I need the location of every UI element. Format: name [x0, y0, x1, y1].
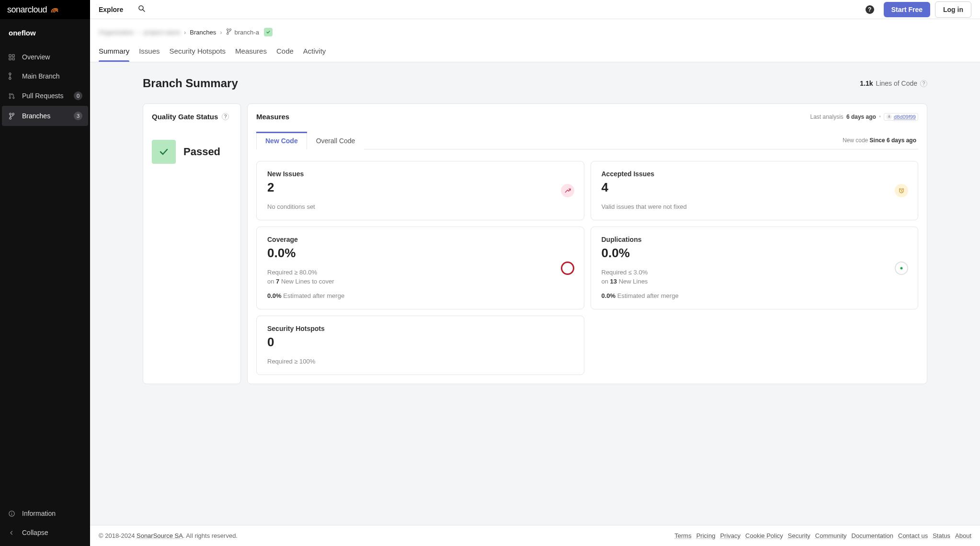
quality-gate-panel: Quality Gate Status ? Passed — [143, 103, 241, 384]
svg-point-10 — [9, 97, 11, 98]
login-button[interactable]: Log in — [935, 1, 971, 18]
svg-point-19 — [229, 29, 231, 31]
card-accepted-issues[interactable]: Accepted Issues 4 Valid issues that were… — [591, 161, 919, 220]
qg-check-icon — [152, 140, 176, 164]
pr-icon — [8, 92, 15, 100]
footer-link-terms[interactable]: Terms — [674, 532, 691, 539]
sidebar-item-main-branch[interactable]: Main Branch — [0, 67, 90, 86]
main: Organization › project-name › Branches ›… — [90, 19, 980, 546]
dup-required: Required ≤ 3.0% — [602, 268, 908, 277]
footer-company[interactable]: SonarSource SA — [137, 532, 183, 539]
tab-measures[interactable]: Measures — [235, 42, 267, 62]
card-new-issues[interactable]: New Issues 2 No conditions set — [256, 161, 584, 220]
footer-link-contact-us[interactable]: Contact us — [898, 532, 928, 539]
svg-rect-5 — [12, 57, 14, 59]
explore-link[interactable]: Explore — [99, 6, 123, 13]
subtab-overall-code[interactable]: Overall Code — [307, 132, 365, 149]
card-title: New Issues — [267, 170, 573, 178]
sidebar-item-branches[interactable]: Branches3 — [2, 106, 88, 126]
svg-point-18 — [227, 29, 228, 31]
new-code-since-label: New code — [843, 137, 868, 144]
card-value: 2 — [267, 181, 573, 194]
footer-link-cookie-policy[interactable]: Cookie Policy — [745, 532, 783, 539]
footer: © 2018-2024 SonarSource SA. All rights r… — [90, 525, 980, 546]
sidebar-item-label: Collapse — [22, 529, 48, 536]
svg-point-11 — [12, 97, 14, 98]
page-title: Branch Summary — [143, 77, 238, 90]
card-title: Accepted Issues — [602, 170, 908, 178]
footer-link-pricing[interactable]: Pricing — [696, 532, 716, 539]
tabs: SummaryIssuesSecurity HotspotsMeasuresCo… — [90, 42, 980, 62]
breadcrumb-project[interactable]: project-name — [144, 29, 180, 36]
qg-status-label: Passed — [183, 146, 220, 158]
footer-link-security[interactable]: Security — [788, 532, 810, 539]
svg-rect-3 — [12, 54, 14, 56]
measures-title: Measures — [256, 113, 289, 121]
card-title: Coverage — [267, 236, 573, 243]
collapse-icon — [8, 529, 15, 536]
tab-activity[interactable]: Activity — [303, 42, 326, 62]
svg-point-17 — [11, 512, 11, 512]
footer-link-about[interactable]: About — [955, 532, 971, 539]
help-icon[interactable]: ? — [920, 80, 927, 87]
sidebar-item-label: Pull Requests — [22, 92, 63, 100]
org-title[interactable]: oneflow — [0, 19, 90, 47]
sidebar-item-label: Main Branch — [22, 72, 60, 80]
logo-text: sonarcloud — [7, 5, 47, 15]
sidebar-collapse[interactable]: Collapse — [0, 523, 90, 542]
svg-rect-2 — [9, 54, 11, 56]
card-value: 0 — [267, 335, 573, 349]
sidebar-item-label: Information — [22, 510, 56, 517]
card-coverage[interactable]: Coverage 0.0% Required ≥ 80.0% on 7 New … — [256, 227, 584, 309]
card-duplications[interactable]: Duplications 0.0% Required ≤ 3.0% on 13 … — [591, 227, 919, 309]
badge: 0 — [74, 91, 82, 100]
measures-panel: Measures Last analysis 6 days ago • ⋔ d8… — [247, 103, 927, 384]
help-icon[interactable]: ? — [866, 5, 874, 14]
breadcrumb-branches[interactable]: Branches — [190, 29, 216, 36]
start-free-button[interactable]: Start Free — [884, 2, 930, 17]
footer-link-community[interactable]: Community — [815, 532, 847, 539]
breadcrumb-org[interactable]: Organization — [99, 29, 134, 36]
breadcrumb: Organization › project-name › Branches ›… — [90, 19, 980, 42]
breadcrumb-branch-name[interactable]: branch-a — [235, 29, 259, 36]
footer-link-privacy[interactable]: Privacy — [720, 532, 741, 539]
sidebar-item-pull-requests[interactable]: Pull Requests0 — [0, 86, 90, 106]
svg-point-12 — [9, 113, 11, 115]
subtab-new-code[interactable]: New Code — [256, 132, 307, 149]
sidebar: oneflow OverviewMain BranchPull Requests… — [0, 19, 90, 546]
commit-hash[interactable]: d8d09f99 — [894, 114, 916, 120]
loc-value: 1.1k — [860, 80, 873, 87]
issues-icon — [561, 184, 574, 197]
coverage-required: Required ≥ 80.0% — [267, 268, 573, 277]
hotspots-required: Required ≥ 100% — [267, 357, 573, 366]
card-security-hotspots[interactable]: Security Hotspots 0 Required ≥ 100% — [256, 316, 584, 375]
sidebar-item-overview[interactable]: Overview — [0, 47, 90, 67]
last-analysis-label: Last analysis — [810, 114, 843, 120]
help-icon[interactable]: ? — [222, 113, 229, 120]
footer-link-documentation[interactable]: Documentation — [852, 532, 893, 539]
branch-icon — [8, 72, 15, 80]
accepted-icon — [895, 184, 908, 197]
coverage-ring-icon — [561, 262, 574, 275]
tab-security-hotspots[interactable]: Security Hotspots — [170, 42, 226, 62]
sidebar-information[interactable]: Information — [0, 504, 90, 523]
card-title: Security Hotspots — [267, 325, 573, 332]
info-icon — [8, 510, 15, 517]
dup-ring-icon — [895, 262, 908, 275]
footer-link-status[interactable]: Status — [933, 532, 950, 539]
logo-icon — [50, 5, 59, 14]
card-sub: Valid issues that were not fixed — [602, 202, 908, 212]
svg-point-20 — [227, 33, 228, 34]
search-icon[interactable] — [137, 4, 146, 14]
loc-label: Lines of Code — [876, 80, 917, 87]
tab-summary[interactable]: Summary — [99, 42, 129, 62]
logo[interactable]: sonarcloud — [0, 5, 90, 15]
tab-code[interactable]: Code — [276, 42, 294, 62]
commit-pill[interactable]: ⋔ d8d09f99 — [884, 113, 918, 121]
footer-copyright-post: . All rights reserved. — [183, 532, 238, 539]
card-value: 0.0% — [602, 246, 908, 260]
svg-point-7 — [9, 78, 11, 80]
new-code-since-value: Since 6 days ago — [870, 137, 916, 144]
tab-issues[interactable]: Issues — [139, 42, 160, 62]
last-analysis-time: 6 days ago — [846, 114, 876, 120]
